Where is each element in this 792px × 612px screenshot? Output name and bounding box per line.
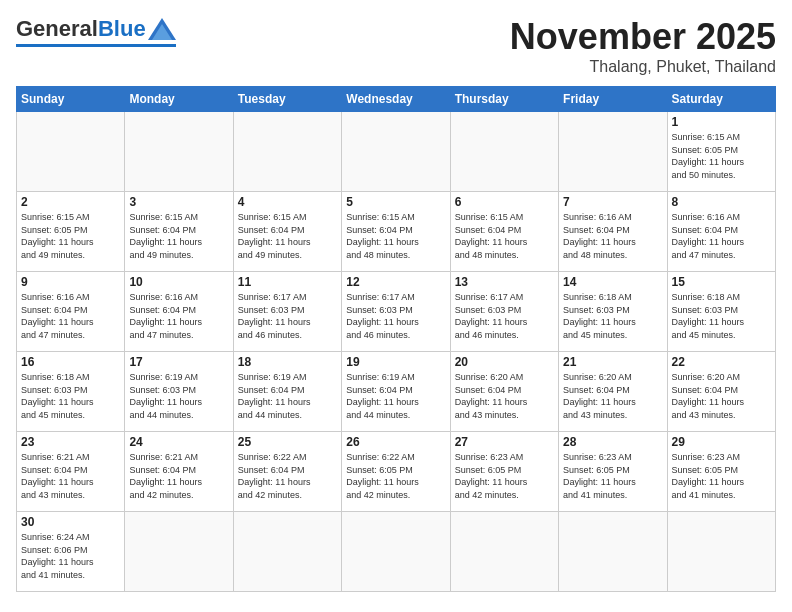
cell-info: Sunrise: 6:15 AM Sunset: 6:04 PM Dayligh… <box>129 211 228 261</box>
cell-info: Sunrise: 6:15 AM Sunset: 6:05 PM Dayligh… <box>672 131 771 181</box>
logo-underline <box>16 44 176 47</box>
calendar-week-4: 23Sunrise: 6:21 AM Sunset: 6:04 PM Dayli… <box>17 432 776 512</box>
day-number: 16 <box>21 355 120 369</box>
cell-info: Sunrise: 6:23 AM Sunset: 6:05 PM Dayligh… <box>672 451 771 501</box>
cell-info: Sunrise: 6:18 AM Sunset: 6:03 PM Dayligh… <box>672 291 771 341</box>
calendar-cell <box>450 512 558 592</box>
day-number: 14 <box>563 275 662 289</box>
cell-info: Sunrise: 6:20 AM Sunset: 6:04 PM Dayligh… <box>672 371 771 421</box>
calendar-cell: 30Sunrise: 6:24 AM Sunset: 6:06 PM Dayli… <box>17 512 125 592</box>
calendar-cell: 6Sunrise: 6:15 AM Sunset: 6:04 PM Daylig… <box>450 192 558 272</box>
cell-info: Sunrise: 6:16 AM Sunset: 6:04 PM Dayligh… <box>129 291 228 341</box>
day-number: 12 <box>346 275 445 289</box>
cell-info: Sunrise: 6:17 AM Sunset: 6:03 PM Dayligh… <box>455 291 554 341</box>
cell-info: Sunrise: 6:20 AM Sunset: 6:04 PM Dayligh… <box>563 371 662 421</box>
cell-info: Sunrise: 6:19 AM Sunset: 6:03 PM Dayligh… <box>129 371 228 421</box>
calendar-cell <box>233 112 341 192</box>
weekday-monday: Monday <box>125 87 233 112</box>
weekday-header-row: SundayMondayTuesdayWednesdayThursdayFrid… <box>17 87 776 112</box>
weekday-saturday: Saturday <box>667 87 775 112</box>
calendar-cell: 15Sunrise: 6:18 AM Sunset: 6:03 PM Dayli… <box>667 272 775 352</box>
day-number: 25 <box>238 435 337 449</box>
day-number: 1 <box>672 115 771 129</box>
day-number: 6 <box>455 195 554 209</box>
calendar-cell: 29Sunrise: 6:23 AM Sunset: 6:05 PM Dayli… <box>667 432 775 512</box>
logo: General Blue <box>16 16 176 47</box>
day-number: 20 <box>455 355 554 369</box>
calendar-cell <box>125 112 233 192</box>
cell-info: Sunrise: 6:24 AM Sunset: 6:06 PM Dayligh… <box>21 531 120 581</box>
cell-info: Sunrise: 6:15 AM Sunset: 6:04 PM Dayligh… <box>238 211 337 261</box>
day-number: 2 <box>21 195 120 209</box>
weekday-wednesday: Wednesday <box>342 87 450 112</box>
weekday-friday: Friday <box>559 87 667 112</box>
calendar-cell: 13Sunrise: 6:17 AM Sunset: 6:03 PM Dayli… <box>450 272 558 352</box>
calendar-cell <box>125 512 233 592</box>
cell-info: Sunrise: 6:19 AM Sunset: 6:04 PM Dayligh… <box>346 371 445 421</box>
cell-info: Sunrise: 6:15 AM Sunset: 6:04 PM Dayligh… <box>346 211 445 261</box>
calendar-cell: 23Sunrise: 6:21 AM Sunset: 6:04 PM Dayli… <box>17 432 125 512</box>
day-number: 27 <box>455 435 554 449</box>
day-number: 26 <box>346 435 445 449</box>
day-number: 23 <box>21 435 120 449</box>
calendar-cell <box>450 112 558 192</box>
calendar-cell: 3Sunrise: 6:15 AM Sunset: 6:04 PM Daylig… <box>125 192 233 272</box>
calendar-table: SundayMondayTuesdayWednesdayThursdayFrid… <box>16 86 776 592</box>
logo-blue: Blue <box>98 16 146 42</box>
cell-info: Sunrise: 6:19 AM Sunset: 6:04 PM Dayligh… <box>238 371 337 421</box>
calendar-cell <box>17 112 125 192</box>
day-number: 13 <box>455 275 554 289</box>
day-number: 21 <box>563 355 662 369</box>
day-number: 29 <box>672 435 771 449</box>
calendar-cell <box>233 512 341 592</box>
title-section: November 2025 Thalang, Phuket, Thailand <box>510 16 776 76</box>
calendar-cell: 20Sunrise: 6:20 AM Sunset: 6:04 PM Dayli… <box>450 352 558 432</box>
calendar-week-2: 9Sunrise: 6:16 AM Sunset: 6:04 PM Daylig… <box>17 272 776 352</box>
calendar-cell: 12Sunrise: 6:17 AM Sunset: 6:03 PM Dayli… <box>342 272 450 352</box>
calendar-cell <box>667 512 775 592</box>
calendar-cell: 18Sunrise: 6:19 AM Sunset: 6:04 PM Dayli… <box>233 352 341 432</box>
calendar-cell: 14Sunrise: 6:18 AM Sunset: 6:03 PM Dayli… <box>559 272 667 352</box>
day-number: 30 <box>21 515 120 529</box>
calendar-cell: 1Sunrise: 6:15 AM Sunset: 6:05 PM Daylig… <box>667 112 775 192</box>
day-number: 17 <box>129 355 228 369</box>
cell-info: Sunrise: 6:23 AM Sunset: 6:05 PM Dayligh… <box>455 451 554 501</box>
cell-info: Sunrise: 6:17 AM Sunset: 6:03 PM Dayligh… <box>238 291 337 341</box>
cell-info: Sunrise: 6:18 AM Sunset: 6:03 PM Dayligh… <box>21 371 120 421</box>
location-title: Thalang, Phuket, Thailand <box>510 58 776 76</box>
calendar-week-3: 16Sunrise: 6:18 AM Sunset: 6:03 PM Dayli… <box>17 352 776 432</box>
cell-info: Sunrise: 6:22 AM Sunset: 6:05 PM Dayligh… <box>346 451 445 501</box>
cell-info: Sunrise: 6:21 AM Sunset: 6:04 PM Dayligh… <box>21 451 120 501</box>
page-header: General Blue November 2025 Thalang, Phuk… <box>16 16 776 76</box>
calendar-week-1: 2Sunrise: 6:15 AM Sunset: 6:05 PM Daylig… <box>17 192 776 272</box>
cell-info: Sunrise: 6:21 AM Sunset: 6:04 PM Dayligh… <box>129 451 228 501</box>
cell-info: Sunrise: 6:16 AM Sunset: 6:04 PM Dayligh… <box>563 211 662 261</box>
cell-info: Sunrise: 6:16 AM Sunset: 6:04 PM Dayligh… <box>672 211 771 261</box>
calendar-cell: 11Sunrise: 6:17 AM Sunset: 6:03 PM Dayli… <box>233 272 341 352</box>
logo-general: General <box>16 16 98 42</box>
day-number: 9 <box>21 275 120 289</box>
day-number: 4 <box>238 195 337 209</box>
calendar-cell: 22Sunrise: 6:20 AM Sunset: 6:04 PM Dayli… <box>667 352 775 432</box>
calendar-week-0: 1Sunrise: 6:15 AM Sunset: 6:05 PM Daylig… <box>17 112 776 192</box>
calendar-cell <box>342 112 450 192</box>
calendar-body: 1Sunrise: 6:15 AM Sunset: 6:05 PM Daylig… <box>17 112 776 592</box>
calendar-cell: 28Sunrise: 6:23 AM Sunset: 6:05 PM Dayli… <box>559 432 667 512</box>
calendar-cell: 16Sunrise: 6:18 AM Sunset: 6:03 PM Dayli… <box>17 352 125 432</box>
day-number: 18 <box>238 355 337 369</box>
cell-info: Sunrise: 6:20 AM Sunset: 6:04 PM Dayligh… <box>455 371 554 421</box>
calendar-cell: 7Sunrise: 6:16 AM Sunset: 6:04 PM Daylig… <box>559 192 667 272</box>
calendar-cell: 19Sunrise: 6:19 AM Sunset: 6:04 PM Dayli… <box>342 352 450 432</box>
weekday-sunday: Sunday <box>17 87 125 112</box>
day-number: 15 <box>672 275 771 289</box>
day-number: 10 <box>129 275 228 289</box>
cell-info: Sunrise: 6:17 AM Sunset: 6:03 PM Dayligh… <box>346 291 445 341</box>
calendar-week-5: 30Sunrise: 6:24 AM Sunset: 6:06 PM Dayli… <box>17 512 776 592</box>
calendar-cell: 27Sunrise: 6:23 AM Sunset: 6:05 PM Dayli… <box>450 432 558 512</box>
weekday-thursday: Thursday <box>450 87 558 112</box>
cell-info: Sunrise: 6:18 AM Sunset: 6:03 PM Dayligh… <box>563 291 662 341</box>
day-number: 28 <box>563 435 662 449</box>
calendar-cell: 25Sunrise: 6:22 AM Sunset: 6:04 PM Dayli… <box>233 432 341 512</box>
cell-info: Sunrise: 6:16 AM Sunset: 6:04 PM Dayligh… <box>21 291 120 341</box>
day-number: 22 <box>672 355 771 369</box>
